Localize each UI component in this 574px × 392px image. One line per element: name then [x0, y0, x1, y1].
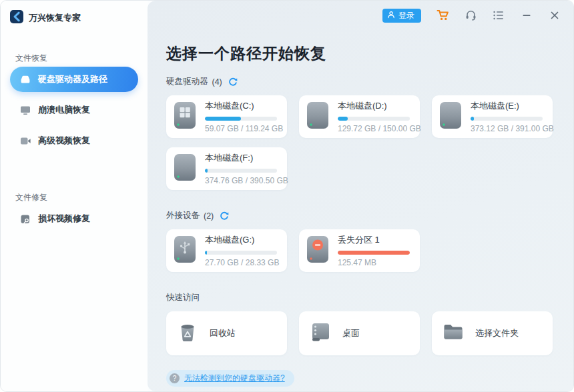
crashed-computer-icon: [19, 105, 31, 116]
drive-size: 27.70 GB / 28.33 GB: [205, 258, 279, 267]
recycle-bin-icon: [176, 320, 200, 347]
sidebar-item-label: 高级视频恢复: [38, 135, 90, 147]
question-icon: ?: [170, 373, 180, 383]
usage-bar-fill: [205, 117, 241, 121]
usb-drive-icon: [173, 235, 197, 266]
titlebar: 登录: [148, 1, 573, 26]
desktop-card[interactable]: 桌面: [299, 311, 420, 355]
folder-icon: [441, 320, 465, 347]
login-button[interactable]: 登录: [382, 9, 421, 23]
external-section-header: 外接设备 (2): [166, 210, 573, 221]
app-window: 万兴恢复专家 文件恢复 硬盘驱动器及路径 崩溃电脑恢复 高级视频恢复 文件修复: [0, 0, 574, 392]
external-section-label: 外接设备: [166, 210, 200, 221]
hard-drive-icon: [19, 74, 31, 85]
usage-bar: [338, 251, 410, 255]
hdd-section-count: (4): [212, 77, 222, 87]
sidebar-item-drives-paths[interactable]: 硬盘驱动器及路径: [10, 67, 138, 92]
page-title: 选择一个路径开始恢复: [166, 43, 573, 64]
drive-size: 125.47 MB: [338, 258, 410, 267]
hard-drive-icon: [306, 101, 330, 132]
drive-card-c[interactable]: 本地磁盘(C:) 59.07 GB / 119.24 GB: [166, 95, 287, 138]
quick-section-header: 快速访问: [166, 292, 573, 303]
sidebar-item-video-repair[interactable]: 损坏视频修复: [10, 206, 138, 231]
usage-bar: [471, 117, 543, 121]
usage-bar-fill: [338, 117, 348, 121]
hdd-section-label: 硬盘驱动器: [166, 76, 208, 87]
drive-name: 本地磁盘(D:): [338, 100, 412, 112]
sidebar-item-advanced-video[interactable]: 高级视频恢复: [10, 128, 138, 153]
lost-partition-card[interactable]: 丢失分区 1 125.47 MB: [299, 229, 420, 272]
app-logo-icon: [10, 10, 23, 26]
sidebar-section-file-repair: 文件修复: [1, 192, 148, 203]
app-title: 万兴恢复专家: [29, 12, 81, 24]
quick-section-label: 快速访问: [166, 292, 200, 303]
external-grid: 本地磁盘(G:) 27.70 GB / 28.33 GB 丢失分区 1 125.…: [166, 229, 573, 272]
drive-name: 本地磁盘(G:): [205, 234, 279, 246]
refresh-icon[interactable]: [228, 77, 238, 87]
drive-name: 本地磁盘(E:): [471, 100, 545, 112]
support-headset-icon[interactable]: [464, 9, 477, 22]
hdd-section-header: 硬盘驱动器 (4): [166, 76, 573, 87]
usage-bar-fill: [471, 117, 474, 121]
login-label: 登录: [398, 10, 414, 21]
drive-name: 丢失分区 1: [338, 234, 410, 246]
sidebar-item-crashed-pc[interactable]: 崩溃电脑恢复: [10, 97, 138, 123]
quick-grid: 回收站 桌面 选择文件夹: [166, 311, 573, 355]
quick-label: 选择文件夹: [475, 327, 519, 339]
drive-card-g[interactable]: 本地磁盘(G:) 27.70 GB / 28.33 GB: [166, 229, 287, 272]
drive-name: 本地磁盘(C:): [205, 100, 279, 112]
footer: ? 无法检测到您的硬盘驱动器?: [166, 370, 573, 387]
app-logo: 万兴恢复专家: [1, 7, 148, 26]
main-content: 选择一个路径开始恢复 硬盘驱动器 (4) 本地磁盘(C:): [148, 43, 573, 387]
cant-detect-drive-link[interactable]: ? 无法检测到您的硬盘驱动器?: [166, 370, 294, 387]
video-repair-icon: [19, 213, 31, 225]
select-folder-card[interactable]: 选择文件夹: [432, 311, 553, 355]
drive-card-d[interactable]: 本地磁盘(D:) 129.72 GB / 150.00 GB: [299, 95, 420, 138]
hard-drive-icon: [439, 101, 463, 132]
drive-size: 373.12 GB / 391.00 GB: [471, 124, 545, 133]
usage-bar: [205, 169, 277, 173]
help-link-text: 无法检测到您的硬盘驱动器?: [184, 373, 285, 384]
user-icon: [387, 11, 395, 21]
drive-size: 129.72 GB / 150.00 GB: [338, 124, 412, 133]
drive-card-f[interactable]: 本地磁盘(F:) 374.76 GB / 390.50 GB: [166, 147, 287, 190]
sidebar-item-label: 崩溃电脑恢复: [38, 104, 90, 116]
minimize-icon[interactable]: [520, 9, 533, 22]
video-camera-icon: [19, 135, 31, 147]
external-section-count: (2): [204, 211, 214, 221]
sidebar-item-label: 硬盘驱动器及路径: [38, 73, 107, 85]
usage-bar: [205, 251, 277, 255]
drive-name: 本地磁盘(F:): [205, 152, 279, 164]
sidebar: 万兴恢复专家 文件恢复 硬盘驱动器及路径 崩溃电脑恢复 高级视频恢复 文件修复: [1, 1, 148, 391]
lost-partition-drive-icon: [306, 235, 330, 266]
drive-size: 59.07 GB / 119.24 GB: [205, 124, 279, 133]
hdd-grid: 本地磁盘(C:) 59.07 GB / 119.24 GB 本地磁盘(D:) 1…: [166, 95, 573, 190]
sidebar-item-label: 损坏视频修复: [38, 213, 90, 225]
recycle-bin-card[interactable]: 回收站: [166, 311, 287, 355]
usage-bar: [338, 117, 410, 121]
usage-bar-fill: [205, 169, 208, 173]
drive-card-e[interactable]: 本地磁盘(E:) 373.12 GB / 391.00 GB: [432, 95, 553, 138]
refresh-icon[interactable]: [219, 211, 230, 221]
windows-drive-icon: [173, 101, 197, 132]
usage-bar-fill: [338, 251, 410, 255]
cart-icon[interactable]: [436, 9, 449, 22]
usage-bar-fill: [205, 251, 207, 255]
quick-label: 回收站: [210, 327, 236, 339]
menu-list-icon[interactable]: [492, 9, 505, 22]
main-panel: 登录 选择一个路径开始恢复 硬盘驱动器 (4): [148, 1, 573, 391]
drive-size: 374.76 GB / 390.50 GB: [205, 176, 279, 185]
hard-drive-icon: [173, 153, 197, 184]
desktop-icon: [308, 320, 332, 347]
close-icon[interactable]: [548, 9, 561, 22]
sidebar-section-file-recovery: 文件恢复: [1, 53, 148, 64]
quick-label: 桌面: [342, 327, 360, 339]
usage-bar: [205, 117, 277, 121]
